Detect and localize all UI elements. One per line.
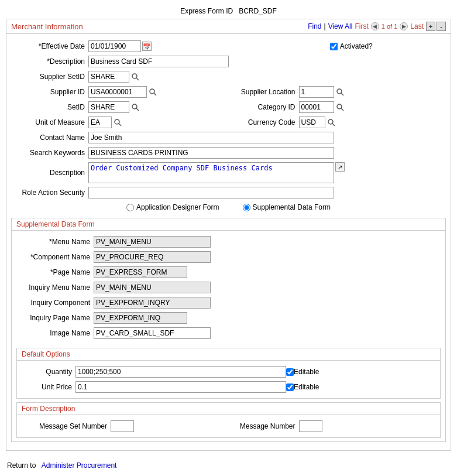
svg-line-13: [332, 124, 335, 126]
component-name-label: *Component Name: [12, 253, 94, 261]
unit-price-editable-checkbox[interactable]: [286, 383, 294, 391]
last-label: Last: [410, 22, 424, 30]
svg-point-10: [115, 119, 119, 124]
default-options-title: Default Options: [22, 350, 70, 358]
msg-set-row: Message Set Number Message Number: [17, 419, 440, 434]
express-form-id: Express Form ID BCRD_SDF: [0, 5, 457, 19]
category-id-label: Category ID: [229, 103, 299, 111]
inquiry-menu-input[interactable]: [94, 282, 211, 293]
role-action-security-input[interactable]: [88, 187, 334, 198]
footer: Return to Administer Procurement: [0, 457, 457, 474]
supplier-setid-input[interactable]: [88, 71, 129, 83]
first-label: First: [355, 22, 368, 30]
svg-line-11: [119, 124, 121, 126]
page-name-row: *Page Name: [12, 265, 445, 280]
merchant-body: *Effective Date 📅 Activated?: [6, 34, 451, 450]
setid-input[interactable]: [88, 101, 129, 113]
category-id-lookup-icon[interactable]: [335, 102, 345, 112]
supplier-id-input[interactable]: [88, 86, 147, 98]
role-action-security-row: Role Action Security: [6, 185, 451, 200]
currency-code-lookup-icon[interactable]: [327, 118, 336, 127]
description-long-row: Description ↗: [6, 160, 451, 185]
description-input[interactable]: [88, 56, 229, 67]
contact-name-label: Contact Name: [6, 133, 88, 142]
category-id-input[interactable]: [299, 101, 334, 113]
contact-name-row: Contact Name: [6, 130, 451, 145]
page-name-input[interactable]: [94, 266, 187, 278]
description-long-label: Description: [6, 169, 88, 177]
effective-date-row: *Effective Date 📅 Activated?: [6, 39, 451, 54]
supplemental-sub-body: *Menu Name *Component Name: [12, 231, 445, 344]
supplier-setid-lookup-icon[interactable]: [130, 72, 140, 81]
add-minus-buttons: + -: [426, 22, 446, 31]
expand-description-button[interactable]: ↗: [335, 162, 345, 172]
express-form-id-label: Express Form ID: [180, 7, 233, 15]
menu-name-input[interactable]: [94, 236, 211, 248]
unit-price-input[interactable]: [75, 381, 286, 393]
return-text: Return to: [7, 461, 36, 470]
merchant-section: Merchant Information Find | View All Fir…: [6, 19, 451, 451]
component-name-input[interactable]: [94, 251, 211, 263]
radio-supplemental-input[interactable]: [243, 204, 250, 211]
default-options-body: Quantity Editable: [17, 361, 440, 398]
find-link[interactable]: Find: [308, 22, 321, 30]
supplier-location-input[interactable]: [299, 86, 334, 98]
description-long-textarea[interactable]: [88, 162, 334, 183]
inquiry-component-row: Inquiry Component: [12, 295, 445, 310]
supplier-id-lookup-icon[interactable]: [148, 87, 157, 97]
svg-line-1: [136, 78, 139, 80]
merchant-section-header: Merchant Information Find | View All Fir…: [6, 19, 451, 34]
currency-code-input[interactable]: [299, 117, 325, 128]
uom-lookup-icon[interactable]: [113, 118, 122, 127]
form-description-section: Form Description Message Set Number: [16, 402, 441, 438]
inquiry-component-input[interactable]: [94, 297, 211, 309]
inquiry-menu-label: Inquiry Menu Name: [12, 283, 94, 292]
quantity-input[interactable]: [75, 366, 286, 378]
uom-row: Unit of Measure Currency Code: [6, 115, 451, 130]
supplier-location-lookup-icon[interactable]: [335, 87, 345, 97]
calendar-icon[interactable]: 📅: [142, 42, 152, 51]
nav-separator: |: [324, 22, 326, 30]
description-row: *Description: [6, 54, 451, 69]
image-name-label: Image Name: [12, 329, 94, 337]
contact-name-input[interactable]: [88, 132, 334, 143]
supplemental-sub-title: Supplemental Data Form: [16, 220, 94, 228]
setid-row: SetID Category ID: [6, 100, 451, 115]
inquiry-component-label: Inquiry Component: [12, 299, 94, 307]
setid-lookup-icon[interactable]: [130, 102, 140, 112]
uom-input[interactable]: [88, 117, 112, 128]
activated-checkbox[interactable]: [330, 43, 338, 50]
default-options-section: Default Options Quantity: [16, 348, 441, 399]
msg-number-label: Message Number: [229, 422, 299, 430]
prev-arrow[interactable]: ◀: [371, 22, 379, 30]
msg-number-input[interactable]: [299, 420, 322, 432]
msg-set-number-label: Message Set Number: [17, 422, 111, 430]
quantity-editable-label: Editable: [294, 368, 319, 376]
svg-point-12: [328, 119, 333, 124]
radio-row: Application Designer Form Supplemental D…: [6, 200, 451, 214]
menu-name-label: *Menu Name: [12, 238, 94, 246]
view-all-link[interactable]: View All: [328, 22, 353, 30]
image-name-input[interactable]: [94, 327, 211, 339]
merchant-section-title: Merchant Information: [11, 22, 83, 31]
msg-set-number-input[interactable]: [111, 420, 134, 432]
inquiry-page-input[interactable]: [94, 312, 187, 324]
quantity-editable-checkbox[interactable]: [286, 368, 294, 376]
inquiry-menu-row: Inquiry Menu Name: [12, 280, 445, 295]
add-row-button[interactable]: +: [426, 22, 435, 31]
supplemental-sub-header: Supplemental Data Form: [12, 218, 445, 231]
radio-app-designer-input[interactable]: [126, 204, 134, 211]
svg-line-3: [154, 93, 156, 95]
svg-point-6: [132, 104, 137, 109]
minus-row-button[interactable]: -: [437, 22, 446, 31]
svg-point-2: [150, 89, 154, 94]
next-arrow[interactable]: ▶: [400, 22, 408, 30]
administer-procurement-link[interactable]: Administer Procurement: [42, 461, 117, 470]
supplier-id-row: Supplier ID Supplier Location: [6, 84, 451, 100]
supplier-setid-row: Supplier SetID: [6, 69, 451, 84]
search-keywords-input[interactable]: [88, 147, 334, 159]
quantity-label: Quantity: [17, 368, 75, 376]
effective-date-label: *Effective Date: [6, 42, 88, 50]
effective-date-input[interactable]: [88, 40, 141, 52]
uom-label: Unit of Measure: [6, 118, 88, 126]
